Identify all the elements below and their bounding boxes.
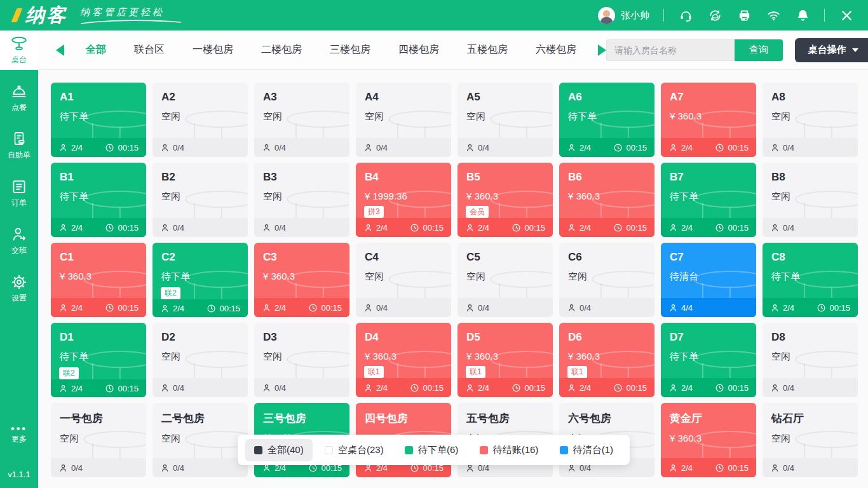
occupancy: 0/4 <box>783 383 794 393</box>
sidebar-item-more[interactable]: ••• 更多 <box>0 416 38 455</box>
table-card-A4[interactable]: A4空闲0/4 <box>356 83 451 157</box>
table-card-footer: 2/400:15 <box>763 298 858 317</box>
table-card-C5[interactable]: C5空闲0/4 <box>458 243 553 317</box>
bell-icon[interactable] <box>795 8 810 23</box>
table-card-B6[interactable]: B6¥ 360.32/400:15 <box>559 163 654 237</box>
legend-item-0[interactable]: 全部(40) <box>245 439 313 461</box>
table-status: ¥ 360.3 <box>51 264 146 281</box>
table-badge: 会员 <box>466 206 489 218</box>
table-status: 空闲 <box>763 344 858 363</box>
table-card-D2[interactable]: D2空闲0/4 <box>153 323 248 397</box>
tab-三楼包房[interactable]: 三楼包房 <box>330 43 370 57</box>
tab-四楼包房[interactable]: 四楼包房 <box>398 43 439 57</box>
table-card-C1[interactable]: C1¥ 360.32/400:15 <box>51 243 146 317</box>
close-icon[interactable] <box>839 8 854 23</box>
sidebar-item-selfserve[interactable]: 自助单 <box>0 126 38 165</box>
tabs-scroll-left-icon[interactable] <box>56 44 64 56</box>
table-card-C4[interactable]: C4空闲0/4 <box>356 243 451 317</box>
table-name: D3 <box>254 323 349 344</box>
table-operations-button[interactable]: 桌台操作 <box>795 38 868 62</box>
table-card-footer: 2/400:15 <box>661 138 756 157</box>
table-card-A3[interactable]: A3空闲0/4 <box>254 83 349 157</box>
legend-item-3[interactable]: 待结账(16) <box>471 439 548 461</box>
table-card-D7[interactable]: D7待下单2/400:15 <box>661 323 756 397</box>
tab-一楼包房[interactable]: 一楼包房 <box>193 43 233 57</box>
table-name: 一号包房 <box>51 403 146 426</box>
table-card-B7[interactable]: B7待下单2/400:15 <box>661 163 756 237</box>
table-card-footer: 0/4 <box>254 378 349 397</box>
clock-icon <box>715 143 724 152</box>
table-card-黄金厅[interactable]: 黄金厅¥ 360.32/400:15 <box>661 403 756 477</box>
table-card-A7[interactable]: A7¥ 360.32/400:15 <box>661 83 756 157</box>
legend-label: 待结账(16) <box>493 444 539 456</box>
table-card-D1[interactable]: D1待下单联22/400:15 <box>51 323 146 397</box>
customer-service-icon[interactable] <box>678 8 693 23</box>
duration: 00:15 <box>524 223 545 233</box>
table-name: B5 <box>458 163 553 184</box>
slogan-underline <box>80 20 182 25</box>
table-card-一号包房[interactable]: 一号包房空闲0/4 <box>51 403 146 477</box>
person-icon <box>567 143 576 152</box>
occupancy: 2/4 <box>580 223 591 233</box>
table-card-钻石厅[interactable]: 钻石厅空闲0/4 <box>763 403 858 477</box>
table-card-C8[interactable]: C8待下单2/400:15 <box>763 243 858 317</box>
table-card-D6[interactable]: D6¥ 360.3联12/400:15 <box>559 323 654 397</box>
search-button[interactable]: 查询 <box>735 39 783 61</box>
avatar <box>598 7 615 24</box>
table-card-C3[interactable]: C3¥ 360.32/400:15 <box>254 243 349 317</box>
table-card-footer: 2/400:15 <box>153 299 248 317</box>
table-card-D4[interactable]: D4¥ 360.3联12/400:15 <box>356 323 451 397</box>
table-card-B1[interactable]: B1待下单2/400:15 <box>51 163 146 237</box>
sidebar-item-settings[interactable]: 设置 <box>0 269 38 308</box>
tab-全部[interactable]: 全部 <box>86 43 106 57</box>
sidebar-item-order[interactable]: 点餐 <box>0 78 38 118</box>
table-card-footer: 0/4 <box>153 138 248 157</box>
occupancy: 2/4 <box>783 303 794 313</box>
legend-item-1[interactable]: 空桌台(23) <box>316 439 393 461</box>
table-card-B2[interactable]: B2空闲0/4 <box>153 163 248 237</box>
table-card-D5[interactable]: D5¥ 360.3联12/400:15 <box>458 323 553 397</box>
table-card-B8[interactable]: B8空闲0/4 <box>763 163 858 237</box>
sidebar-item-tables[interactable]: 桌台 <box>0 30 38 70</box>
table-card-A2[interactable]: A2空闲0/4 <box>153 83 248 157</box>
table-status: ¥ 360.3 <box>661 104 756 121</box>
app-logo: 纳客 <box>14 3 67 29</box>
printer-icon[interactable] <box>736 8 752 23</box>
table-card-C2[interactable]: C2待下单联22/400:15 <box>153 243 248 317</box>
sidebar-item-shift[interactable]: 交班 <box>0 221 38 261</box>
table-card-footer: 0/4 <box>254 138 349 157</box>
table-card-A5[interactable]: A5空闲0/4 <box>458 83 553 157</box>
tabs-scroll-right-icon[interactable] <box>598 44 606 56</box>
logo-accent <box>11 8 23 22</box>
person-icon <box>363 223 373 233</box>
sidebar-item-orders[interactable]: 订单 <box>0 173 38 213</box>
legend-swatch <box>325 446 333 454</box>
wifi-icon[interactable] <box>766 8 781 23</box>
sync-icon[interactable] <box>707 8 722 23</box>
table-card-A1[interactable]: A1待下单2/400:15 <box>51 83 146 157</box>
tab-联台区[interactable]: 联台区 <box>134 43 165 57</box>
table-card-C7[interactable]: C7待清台4/4 <box>661 243 756 317</box>
table-card-C6[interactable]: C6空闲0/4 <box>559 243 654 317</box>
table-name: D2 <box>153 323 248 344</box>
table-grid: A1待下单2/400:15A2空闲0/4A3空闲0/4A4空闲0/4A5空闲0/… <box>38 70 868 477</box>
table-card-B5[interactable]: B5¥ 360.3会员2/400:15 <box>458 163 553 237</box>
table-card-D8[interactable]: D8空闲0/4 <box>763 323 858 397</box>
table-card-footer: 2/400:15 <box>661 218 756 237</box>
user-menu[interactable]: 张小帅 <box>598 7 649 24</box>
search-input[interactable] <box>606 39 735 61</box>
tab-二楼包房[interactable]: 二楼包房 <box>261 43 302 57</box>
tab-五楼包房[interactable]: 五楼包房 <box>467 43 508 57</box>
legend-item-4[interactable]: 待清台(1) <box>551 439 622 461</box>
table-card-二号包房[interactable]: 二号包房空闲0/4 <box>153 403 248 477</box>
self-order-icon <box>10 130 28 148</box>
person-icon <box>160 223 170 233</box>
tab-六楼包房[interactable]: 六楼包房 <box>536 43 576 57</box>
table-card-A6[interactable]: A6待下单2/400:15 <box>559 83 654 157</box>
table-card-A8[interactable]: A8空闲0/4 <box>763 83 858 157</box>
table-card-B4[interactable]: B4¥ 1999.36拼32/400:15 <box>356 163 451 237</box>
table-card-D3[interactable]: D3空闲0/4 <box>254 323 349 397</box>
table-card-B3[interactable]: B3空闲0/4 <box>254 163 349 237</box>
table-name: D6 <box>559 323 654 344</box>
legend-item-2[interactable]: 待下单(6) <box>396 439 467 461</box>
